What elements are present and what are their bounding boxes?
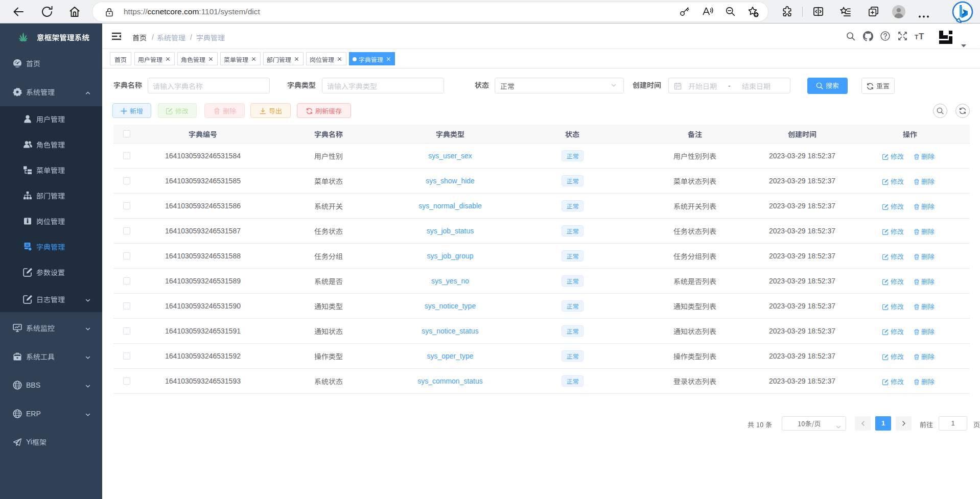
svg-text:T: T [915,34,919,41]
svg-text:T: T [919,32,924,41]
